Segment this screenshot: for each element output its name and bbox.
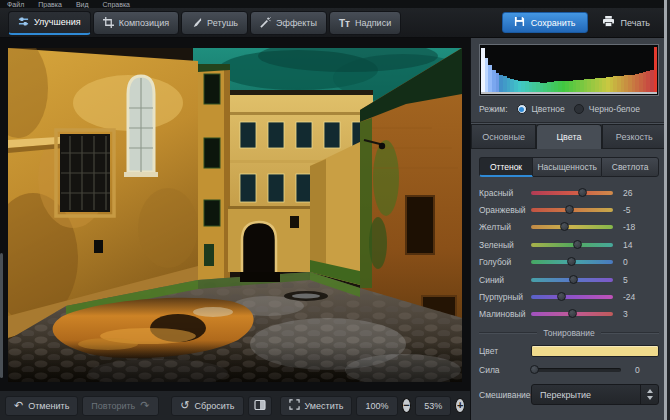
blend-value: Перекрытие <box>532 390 640 400</box>
mode-bw-label: Черно-белое <box>589 104 640 114</box>
slider-label: Красный <box>479 188 531 198</box>
photo-canvas[interactable] <box>8 48 462 382</box>
blend-dropdown[interactable]: Перекрытие <box>531 384 659 405</box>
panel-tab-label: Резкость <box>616 132 653 142</box>
slider-thumb[interactable] <box>565 205 574 214</box>
reset-label: Сбросить <box>194 401 234 411</box>
bottom-toolbar: ↶ Отменить Повторить ↷ ↺ Сбросить Умести… <box>0 390 470 420</box>
menu-item[interactable]: Вид <box>76 0 89 8</box>
redo-button[interactable]: Повторить ↷ <box>82 396 158 416</box>
canvas-area <box>0 38 470 390</box>
slider-track[interactable] <box>531 278 613 282</box>
slider-track[interactable] <box>531 260 613 264</box>
canvas-scrollbar[interactable] <box>0 253 3 378</box>
menu-item[interactable]: Правка <box>38 0 62 8</box>
slider-thumb[interactable] <box>567 257 576 266</box>
printer-icon <box>602 15 615 30</box>
slider-track[interactable] <box>531 295 613 299</box>
histogram-bar <box>654 47 658 92</box>
print-button[interactable]: Печать <box>594 12 658 33</box>
subtab-lightness[interactable]: Светлота <box>601 157 659 177</box>
tab-composition[interactable]: Композиция <box>93 11 179 35</box>
top-actions: Сохранить Печать <box>502 12 658 33</box>
hue-slider-row: Зеленый14 <box>479 236 659 253</box>
toning-color-swatch[interactable] <box>531 345 659 357</box>
slider-thumb[interactable] <box>568 309 577 318</box>
slider-label: Малиновый <box>479 309 531 319</box>
slider-label: Зеленый <box>479 240 531 250</box>
save-label: Сохранить <box>531 18 576 28</box>
panel-tab-basic[interactable]: Основные <box>471 124 536 149</box>
slider-thumb[interactable] <box>569 275 578 284</box>
panel-tab-label: Цвета <box>556 132 581 142</box>
tab-label: Эффекты <box>276 18 317 28</box>
toning-header: Тонирование <box>479 328 659 338</box>
tab-effects[interactable]: Эффекты <box>250 11 327 35</box>
before-after-icon <box>254 399 266 413</box>
strength-track[interactable] <box>531 368 621 372</box>
spinner-down-icon <box>647 396 653 400</box>
hue-slider-row: Желтый-18 <box>479 219 659 236</box>
reset-button[interactable]: ↺ Сбросить <box>171 396 243 416</box>
zoom-100-button[interactable]: 100% <box>356 396 397 416</box>
radio-selected-icon[interactable] <box>517 104 527 114</box>
subtab-label: Оттенок <box>490 162 522 172</box>
before-after-button[interactable] <box>248 396 272 416</box>
subtab-label: Светлота <box>612 162 649 172</box>
fit-button[interactable]: Уместить <box>280 396 353 416</box>
slider-label: Голубой <box>479 257 531 267</box>
undo-icon: ↶ <box>14 401 23 411</box>
slider-value: -5 <box>623 205 649 215</box>
slider-value: -18 <box>623 222 649 232</box>
zoom-level-display: 53% <box>415 396 451 416</box>
panel-tabs: Основные Цвета Резкость <box>471 124 667 149</box>
hue-slider-row: Синий5 <box>479 271 659 288</box>
slider-thumb[interactable] <box>560 222 569 231</box>
strength-thumb[interactable] <box>530 365 539 374</box>
magic-wand-icon <box>260 17 271 30</box>
toning-strength-row: Сила 0 <box>479 365 659 375</box>
slider-track[interactable] <box>531 208 613 212</box>
redo-label: Повторить <box>91 401 135 411</box>
slider-thumb[interactable] <box>557 292 566 301</box>
subtab-saturation[interactable]: Насыщенность <box>533 157 601 177</box>
subtab-hue[interactable]: Оттенок <box>479 157 533 177</box>
slider-track[interactable] <box>531 312 613 316</box>
fit-screen-icon <box>289 399 300 412</box>
mode-option-bw[interactable]: Черно-белое <box>574 104 640 114</box>
mode-color-label: Цветное <box>532 104 565 114</box>
hue-slider-row: Красный26 <box>479 184 659 201</box>
hue-slider-row: Голубой0 <box>479 254 659 271</box>
tab-improvements[interactable]: Улучшения <box>8 11 91 35</box>
menu-item[interactable]: Справка <box>103 0 130 8</box>
slider-track[interactable] <box>531 225 613 229</box>
slider-track[interactable] <box>531 191 613 195</box>
tab-label: Композиция <box>119 18 169 28</box>
slider-thumb[interactable] <box>573 240 582 249</box>
slider-label: Оранжевый <box>479 205 531 215</box>
panel-tab-colors[interactable]: Цвета <box>536 124 601 149</box>
tab-captions[interactable]: Tт Надписи <box>329 11 401 35</box>
reset-icon: ↺ <box>180 401 189 411</box>
adjustments-icon <box>18 16 29 29</box>
radio-unselected-icon[interactable] <box>574 104 584 114</box>
slider-label: Желтый <box>479 222 531 232</box>
zoom-out-button[interactable]: − <box>402 398 412 413</box>
undo-button[interactable]: ↶ Отменить <box>5 396 78 416</box>
slider-track[interactable] <box>531 243 613 247</box>
mode-option-color[interactable]: Цветное <box>517 104 565 114</box>
undo-label: Отменить <box>28 401 69 411</box>
save-button[interactable]: Сохранить <box>502 12 588 33</box>
panel-tab-sharpness[interactable]: Резкость <box>602 124 667 149</box>
zoom-in-button[interactable]: + <box>455 398 465 413</box>
hue-slider-row: Оранжевый-5 <box>479 201 659 218</box>
slider-value: 0 <box>623 257 649 267</box>
mode-label: Режим: <box>479 104 508 114</box>
slider-thumb[interactable] <box>578 188 587 197</box>
tab-retouch[interactable]: Ретушь <box>181 11 248 35</box>
app-window: ФайлПравкаВидСправка Улучшения Композици… <box>0 0 667 420</box>
menu-item[interactable]: Файл <box>7 0 24 8</box>
dropdown-spinner[interactable] <box>640 385 658 404</box>
slider-label: Синий <box>479 275 531 285</box>
strength-label: Сила <box>479 365 531 375</box>
